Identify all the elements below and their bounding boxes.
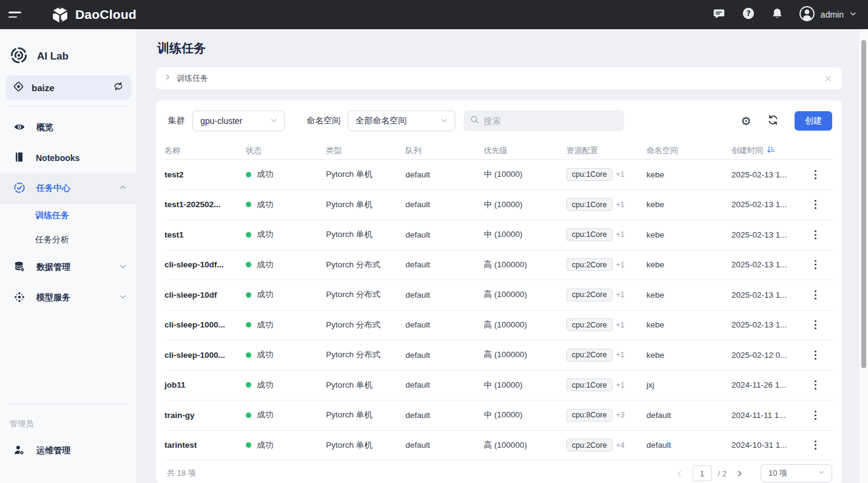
resource-more-badge[interactable]: +3 [616, 411, 625, 419]
chat-icon [713, 7, 725, 22]
breadcrumb-item[interactable]: 训练任务 [177, 73, 208, 84]
job-namespace: kebe [646, 260, 731, 269]
row-actions-button[interactable] [811, 196, 820, 213]
sidebar-item-notebooks[interactable]: Notebooks [0, 143, 137, 173]
sidebar-item-training-jobs[interactable]: 训练任务 [0, 204, 137, 228]
job-namespace: default [646, 411, 731, 420]
resource-more-badge[interactable]: +1 [616, 200, 625, 209]
user-menu[interactable]: admin [799, 5, 857, 24]
resource-more-badge[interactable]: +1 [616, 230, 625, 239]
eye-icon [13, 121, 25, 135]
sidebar-item-ops-management[interactable]: 运维管理 [0, 436, 137, 466]
settings-button[interactable]: ⚙ [737, 112, 754, 129]
job-name-link[interactable]: train-gy [164, 411, 195, 420]
next-page-button[interactable] [733, 467, 746, 480]
table-row[interactable]: cli-sleep-10df... 成功 Pytorch 分布式 default… [164, 250, 833, 281]
sidebar-item-data-management[interactable]: 数据管理 [0, 252, 137, 283]
refresh-icon [767, 114, 779, 128]
table-row[interactable]: job11 成功 Pytorch 单机 default 中 (10000) cp… [164, 371, 833, 401]
workspace-selector[interactable]: baize [5, 75, 131, 100]
resource-more-badge[interactable]: +1 [616, 351, 625, 359]
row-actions-button[interactable] [811, 407, 820, 423]
job-name-link[interactable]: test1-202502... [164, 200, 220, 209]
job-name-link[interactable]: cli-sleep-1000... [164, 320, 225, 329]
refresh-button[interactable] [764, 112, 781, 129]
cluster-label: 集群 [168, 115, 185, 126]
sidebar-item-overview[interactable]: 概览 [0, 112, 137, 143]
resource-chip: cpu:2Core [566, 349, 612, 361]
notifications-button[interactable] [767, 4, 788, 25]
job-name-link[interactable]: job11 [164, 380, 186, 389]
job-type: Pytorch 单机 [326, 440, 405, 451]
close-icon[interactable] [824, 75, 832, 83]
row-actions-button[interactable] [811, 287, 820, 303]
table-row[interactable]: train-gy 成功 Pytorch 单机 default 中 (10000)… [164, 400, 833, 431]
row-actions-button[interactable] [811, 227, 820, 243]
col-queue: 队列 [405, 145, 484, 156]
status-text: 成功 [257, 380, 273, 391]
search-box[interactable] [464, 111, 624, 131]
resource-chip: cpu:2Core [566, 439, 612, 451]
status-dot-icon [246, 442, 251, 448]
sidebar-item-model-service[interactable]: 模型服务 [0, 283, 137, 313]
switch-workspace-icon[interactable] [113, 81, 124, 94]
resource-chip: cpu:1Core [566, 198, 612, 211]
sidebar-item-task-center[interactable]: 任务中心 [0, 173, 137, 204]
row-actions-button[interactable] [811, 347, 820, 363]
resource-more-badge[interactable]: +1 [616, 290, 625, 299]
job-name-link[interactable]: test1 [164, 230, 184, 239]
job-namespace: kebe [646, 320, 731, 329]
table-row[interactable]: tarintest 成功 Pytorch 单机 default 高 (10000… [164, 431, 833, 461]
page-size-select[interactable]: 10 项 [761, 464, 832, 482]
row-actions-button[interactable] [811, 256, 820, 273]
table-row[interactable]: cli-sleep-10df 成功 Pytorch 分布式 default 高 … [164, 280, 833, 310]
create-button[interactable]: 创建 [795, 111, 832, 131]
prev-page-button[interactable] [673, 467, 687, 480]
jobs-table: 名称 状态 类型 队列 优先级 资源配置 命名空间 创建时间 [156, 142, 842, 461]
sidebar-item-task-analysis[interactable]: 任务分析 [0, 228, 137, 252]
sidebar-item-label: 概览 [36, 122, 127, 133]
cluster-select[interactable]: gpu-cluster [192, 111, 285, 131]
help-button[interactable]: ? [738, 4, 759, 25]
page-number-input[interactable] [693, 465, 712, 481]
table-row[interactable]: test1 成功 Pytorch 单机 default 中 (10000) cp… [164, 220, 833, 250]
chevron-right-icon[interactable] [163, 73, 172, 84]
namespace-select[interactable]: 全部命名空间 [348, 111, 455, 131]
col-status: 状态 [246, 145, 326, 156]
job-name-link[interactable]: test2 [164, 170, 184, 179]
table-row[interactable]: cli-sleep-1000... 成功 Pytorch 分布式 default… [164, 340, 833, 371]
search-input[interactable] [484, 116, 618, 126]
chevron-down-icon [440, 116, 449, 126]
job-name-link[interactable]: cli-sleep-10df... [164, 260, 224, 269]
feedback-button[interactable] [709, 4, 730, 25]
table-row[interactable]: test1-202502... 成功 Pytorch 单机 default 中 … [164, 190, 833, 221]
gear-icon: ⚙ [741, 115, 751, 127]
avatar-icon [799, 5, 815, 24]
sort-descending-icon[interactable] [767, 145, 776, 156]
job-name-link[interactable]: cli-sleep-10df [164, 290, 217, 300]
scrollbar[interactable] [860, 29, 868, 483]
resource-more-badge[interactable]: +1 [616, 261, 625, 269]
ops-person-gear-icon [13, 444, 25, 458]
status-dot-icon [246, 413, 251, 418]
job-name-link[interactable]: cli-sleep-1000... [164, 351, 225, 360]
job-created-at: 2025-02-13 1... [731, 170, 809, 179]
table-row[interactable]: test2 成功 Pytorch 单机 default 中 (10000) cp… [164, 160, 833, 190]
page-size-value: 10 项 [768, 468, 818, 479]
resource-more-badge[interactable]: +1 [616, 170, 625, 179]
row-actions-button[interactable] [811, 437, 820, 453]
row-actions-button[interactable] [811, 377, 820, 393]
table-row[interactable]: cli-sleep-1000... 成功 Pytorch 分布式 default… [164, 310, 833, 341]
namespace-label: 命名空间 [307, 115, 341, 126]
menu-toggle-button[interactable] [8, 7, 24, 22]
brand[interactable]: DaoCloud [51, 5, 137, 24]
training-jobs-card: 集群 gpu-cluster 命名空间 全部命名空间 [156, 100, 842, 483]
bell-icon [771, 7, 784, 22]
resource-more-badge[interactable]: +4 [616, 441, 625, 450]
resource-more-badge[interactable]: +1 [616, 381, 625, 389]
row-actions-button[interactable] [811, 317, 820, 333]
scrollbar-thumb[interactable] [861, 40, 866, 368]
job-name-link[interactable]: tarintest [164, 440, 197, 450]
row-actions-button[interactable] [811, 166, 820, 183]
resource-more-badge[interactable]: +1 [616, 321, 625, 329]
